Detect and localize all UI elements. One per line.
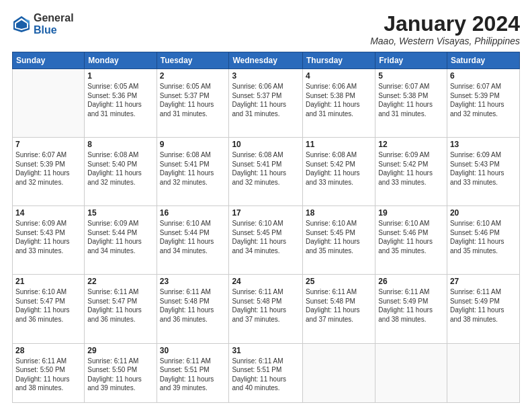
day-number: 9 bbox=[160, 140, 226, 149]
cell-info: Sunrise: 6:05 AMSunset: 5:36 PMDaylight:… bbox=[87, 82, 153, 118]
cell-info: Sunrise: 6:11 AMSunset: 5:48 PMDaylight:… bbox=[232, 287, 300, 324]
column-header-tuesday: Tuesday bbox=[157, 52, 229, 69]
calendar-cell: 24Sunrise: 6:11 AMSunset: 5:48 PMDayligh… bbox=[229, 275, 303, 343]
cell-info: Sunrise: 6:11 AMSunset: 5:50 PMDaylight:… bbox=[15, 357, 81, 393]
calendar-cell: 31Sunrise: 6:11 AMSunset: 5:51 PMDayligh… bbox=[229, 343, 303, 403]
calendar-cell: 6Sunrise: 6:07 AMSunset: 5:39 PMDaylight… bbox=[447, 69, 519, 138]
column-header-thursday: Thursday bbox=[302, 52, 375, 69]
cell-info: Sunrise: 6:11 AMSunset: 5:49 PMDaylight:… bbox=[450, 287, 517, 324]
cell-info: Sunrise: 6:09 AMSunset: 5:43 PMDaylight:… bbox=[15, 219, 81, 255]
day-number: 27 bbox=[450, 277, 517, 286]
calendar-cell: 23Sunrise: 6:11 AMSunset: 5:48 PMDayligh… bbox=[157, 275, 229, 343]
logo-text: General Blue bbox=[34, 12, 74, 36]
day-number: 7 bbox=[15, 140, 81, 149]
day-number: 26 bbox=[378, 277, 444, 286]
calendar-cell: 8Sunrise: 6:08 AMSunset: 5:40 PMDaylight… bbox=[85, 138, 157, 206]
calendar-cell: 28Sunrise: 6:11 AMSunset: 5:50 PMDayligh… bbox=[13, 343, 85, 403]
calendar-cell: 22Sunrise: 6:11 AMSunset: 5:47 PMDayligh… bbox=[85, 275, 157, 343]
day-number: 1 bbox=[87, 71, 153, 81]
cell-info: Sunrise: 6:11 AMSunset: 5:50 PMDaylight:… bbox=[87, 357, 153, 393]
day-number: 12 bbox=[378, 140, 444, 149]
column-header-monday: Monday bbox=[85, 52, 157, 69]
calendar-cell: 13Sunrise: 6:09 AMSunset: 5:43 PMDayligh… bbox=[447, 138, 519, 206]
cell-info: Sunrise: 6:11 AMSunset: 5:51 PMDaylight:… bbox=[232, 357, 300, 393]
week-row-1: 1Sunrise: 6:05 AMSunset: 5:36 PMDaylight… bbox=[13, 69, 520, 138]
calendar-cell: 21Sunrise: 6:10 AMSunset: 5:47 PMDayligh… bbox=[13, 275, 85, 343]
cell-info: Sunrise: 6:10 AMSunset: 5:46 PMDaylight:… bbox=[378, 219, 444, 255]
day-number: 23 bbox=[160, 277, 226, 286]
day-number: 25 bbox=[306, 277, 372, 286]
day-number: 5 bbox=[378, 71, 444, 81]
day-number: 20 bbox=[450, 208, 517, 218]
day-number: 22 bbox=[87, 277, 153, 286]
day-number: 11 bbox=[306, 140, 372, 149]
calendar-cell bbox=[13, 69, 85, 138]
calendar-cell: 20Sunrise: 6:10 AMSunset: 5:46 PMDayligh… bbox=[447, 206, 519, 275]
cell-info: Sunrise: 6:10 AMSunset: 5:44 PMDaylight:… bbox=[160, 219, 226, 255]
day-number: 6 bbox=[450, 71, 517, 81]
calendar-cell: 14Sunrise: 6:09 AMSunset: 5:43 PMDayligh… bbox=[13, 206, 85, 275]
week-row-3: 14Sunrise: 6:09 AMSunset: 5:43 PMDayligh… bbox=[13, 206, 520, 275]
cell-info: Sunrise: 6:07 AMSunset: 5:39 PMDaylight:… bbox=[15, 150, 81, 187]
day-number: 30 bbox=[160, 346, 226, 355]
calendar-cell: 11Sunrise: 6:08 AMSunset: 5:42 PMDayligh… bbox=[302, 138, 375, 206]
logo-blue: Blue bbox=[34, 24, 57, 36]
week-row-2: 7Sunrise: 6:07 AMSunset: 5:39 PMDaylight… bbox=[13, 138, 520, 206]
day-number: 17 bbox=[232, 208, 300, 218]
week-row-5: 28Sunrise: 6:11 AMSunset: 5:50 PMDayligh… bbox=[13, 343, 520, 403]
cell-info: Sunrise: 6:06 AMSunset: 5:37 PMDaylight:… bbox=[232, 82, 300, 118]
calendar-cell: 17Sunrise: 6:10 AMSunset: 5:45 PMDayligh… bbox=[229, 206, 303, 275]
cell-info: Sunrise: 6:11 AMSunset: 5:51 PMDaylight:… bbox=[160, 357, 226, 393]
logo-icon bbox=[12, 15, 31, 34]
location: Maao, Western Visayas, Philippines bbox=[370, 36, 520, 46]
day-number: 10 bbox=[232, 140, 300, 149]
day-number: 31 bbox=[232, 346, 300, 355]
day-number: 21 bbox=[15, 277, 81, 286]
day-number: 29 bbox=[87, 346, 153, 355]
cell-info: Sunrise: 6:08 AMSunset: 5:41 PMDaylight:… bbox=[160, 150, 226, 187]
cell-info: Sunrise: 6:10 AMSunset: 5:47 PMDaylight:… bbox=[15, 287, 81, 324]
column-header-sunday: Sunday bbox=[13, 52, 85, 69]
cell-info: Sunrise: 6:09 AMSunset: 5:44 PMDaylight:… bbox=[87, 219, 153, 255]
cell-info: Sunrise: 6:10 AMSunset: 5:45 PMDaylight:… bbox=[306, 219, 372, 255]
cell-info: Sunrise: 6:05 AMSunset: 5:37 PMDaylight:… bbox=[160, 82, 226, 118]
day-number: 19 bbox=[378, 208, 444, 218]
calendar-cell: 16Sunrise: 6:10 AMSunset: 5:44 PMDayligh… bbox=[157, 206, 229, 275]
calendar-table: SundayMondayTuesdayWednesdayThursdayFrid… bbox=[12, 52, 520, 403]
column-header-wednesday: Wednesday bbox=[229, 52, 303, 69]
calendar-cell: 29Sunrise: 6:11 AMSunset: 5:50 PMDayligh… bbox=[85, 343, 157, 403]
cell-info: Sunrise: 6:07 AMSunset: 5:38 PMDaylight:… bbox=[378, 82, 444, 118]
page: General Blue January 2024 Maao, Western … bbox=[0, 0, 532, 411]
calendar-cell: 19Sunrise: 6:10 AMSunset: 5:46 PMDayligh… bbox=[375, 206, 447, 275]
cell-info: Sunrise: 6:11 AMSunset: 5:49 PMDaylight:… bbox=[378, 287, 444, 324]
day-number: 18 bbox=[306, 208, 372, 218]
cell-info: Sunrise: 6:11 AMSunset: 5:48 PMDaylight:… bbox=[160, 287, 226, 324]
day-number: 14 bbox=[15, 208, 81, 218]
cell-info: Sunrise: 6:06 AMSunset: 5:38 PMDaylight:… bbox=[306, 82, 372, 118]
calendar-cell: 18Sunrise: 6:10 AMSunset: 5:45 PMDayligh… bbox=[302, 206, 375, 275]
cell-info: Sunrise: 6:09 AMSunset: 5:43 PMDaylight:… bbox=[450, 150, 517, 187]
calendar-cell: 27Sunrise: 6:11 AMSunset: 5:49 PMDayligh… bbox=[447, 275, 519, 343]
calendar-cell: 3Sunrise: 6:06 AMSunset: 5:37 PMDaylight… bbox=[229, 69, 303, 138]
day-number: 3 bbox=[232, 71, 300, 81]
cell-info: Sunrise: 6:08 AMSunset: 5:42 PMDaylight:… bbox=[306, 150, 372, 187]
calendar-cell bbox=[302, 343, 375, 403]
calendar-cell: 30Sunrise: 6:11 AMSunset: 5:51 PMDayligh… bbox=[157, 343, 229, 403]
calendar-cell: 7Sunrise: 6:07 AMSunset: 5:39 PMDaylight… bbox=[13, 138, 85, 206]
calendar-cell: 10Sunrise: 6:08 AMSunset: 5:41 PMDayligh… bbox=[229, 138, 303, 206]
calendar-cell: 25Sunrise: 6:11 AMSunset: 5:48 PMDayligh… bbox=[302, 275, 375, 343]
day-number: 2 bbox=[160, 71, 226, 81]
cell-info: Sunrise: 6:11 AMSunset: 5:48 PMDaylight:… bbox=[306, 287, 372, 324]
calendar-cell bbox=[375, 343, 447, 403]
calendar-cell bbox=[447, 343, 519, 403]
day-number: 4 bbox=[306, 71, 372, 81]
calendar-cell: 15Sunrise: 6:09 AMSunset: 5:44 PMDayligh… bbox=[85, 206, 157, 275]
day-number: 15 bbox=[87, 208, 153, 218]
calendar-cell: 12Sunrise: 6:09 AMSunset: 5:42 PMDayligh… bbox=[375, 138, 447, 206]
cell-info: Sunrise: 6:08 AMSunset: 5:41 PMDaylight:… bbox=[232, 150, 300, 187]
logo: General Blue bbox=[12, 12, 74, 36]
cell-info: Sunrise: 6:09 AMSunset: 5:42 PMDaylight:… bbox=[378, 150, 444, 187]
calendar-cell: 1Sunrise: 6:05 AMSunset: 5:36 PMDaylight… bbox=[85, 69, 157, 138]
column-header-friday: Friday bbox=[375, 52, 447, 69]
calendar-cell: 5Sunrise: 6:07 AMSunset: 5:38 PMDaylight… bbox=[375, 69, 447, 138]
